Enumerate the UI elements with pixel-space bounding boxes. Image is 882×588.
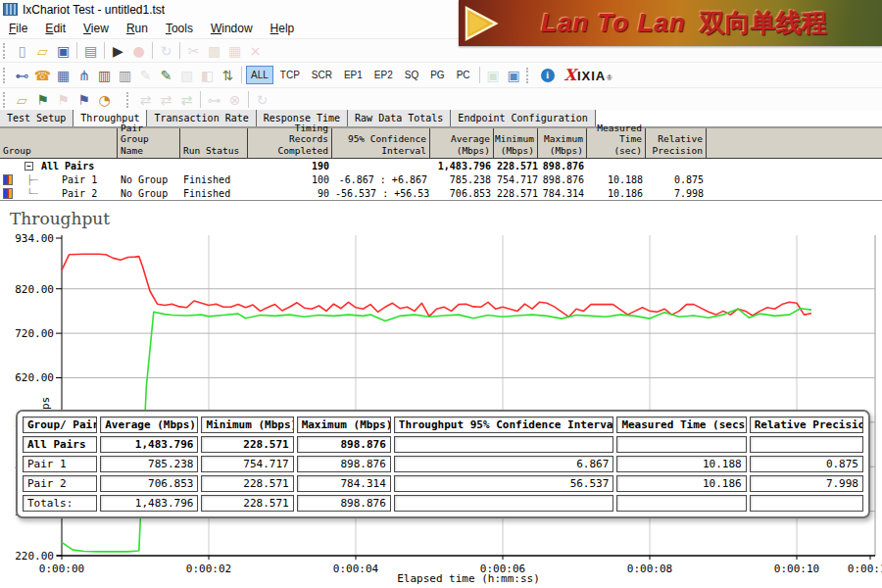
- grid-cell: 7.998: [646, 188, 707, 199]
- about-ixia-icon[interactable]: i: [541, 69, 555, 82]
- collapse-toggle-icon[interactable]: −: [24, 162, 33, 171]
- summary-value-cell: 785.238: [100, 456, 198, 472]
- grid-cell: 90: [248, 188, 332, 199]
- toolbar-grip: [526, 68, 532, 83]
- add-multicast-group-icon[interactable]: ▥: [94, 66, 115, 85]
- toolbar-separator: [179, 42, 180, 59]
- grid-column-header[interactable]: Measured Time (sec): [587, 128, 646, 158]
- tab-test-setup[interactable]: Test Setup: [0, 110, 74, 126]
- refresh-pairs-icon: ↻: [252, 90, 272, 110]
- run-options-icon[interactable]: ⚑: [32, 90, 53, 110]
- finish-run-icon[interactable]: ◔: [94, 90, 115, 110]
- menu-item-run[interactable]: Run: [118, 20, 157, 37]
- link-pairs-icon: ⊶: [204, 90, 224, 110]
- abort-run-icon: ⚑: [53, 90, 74, 110]
- menu-item-edit[interactable]: Edit: [36, 20, 74, 37]
- banner-text-zh: 双向单线程: [700, 6, 827, 40]
- grid-row-pair[interactable]: ├┄Pair 1No GroupFinished100-6.867 : +6.8…: [0, 172, 882, 186]
- menu-item-file[interactable]: File: [0, 20, 36, 37]
- grid-cell: 228.571: [494, 188, 538, 199]
- protocol-filter-tcp[interactable]: TCP: [275, 66, 305, 84]
- grid-cell: No Group: [118, 174, 180, 185]
- tree-connector: ├┄: [26, 174, 38, 185]
- grid-column-header[interactable]: Run Status: [180, 128, 248, 158]
- add-video-mgc-icon[interactable]: ▥: [115, 66, 135, 85]
- grid-column-header[interactable]: Relative Precision: [646, 128, 707, 158]
- grid-cell: 898.876: [538, 161, 587, 172]
- verify-endpoints-icon[interactable]: ▱: [12, 90, 32, 110]
- add-voip-pair-icon[interactable]: ☎: [32, 66, 53, 85]
- protocol-filter-pg[interactable]: PG: [425, 66, 449, 84]
- protocol-filter-ep1[interactable]: EP1: [339, 66, 368, 84]
- grid-column-header[interactable]: Minimum (Mbps): [494, 128, 538, 158]
- protocol-filter-pc[interactable]: PC: [452, 66, 475, 84]
- grid-cell: -6.867 : +6.867: [332, 174, 430, 185]
- tab-raw-data-totals[interactable]: Raw Data Totals: [348, 110, 451, 126]
- save-test-icon[interactable]: ▣: [53, 41, 74, 61]
- add-pair-icon[interactable]: ⊷: [12, 66, 32, 85]
- grid-column-header[interactable]: Timing Records Completed: [248, 128, 332, 158]
- open-test-icon[interactable]: ▱: [32, 41, 53, 61]
- app-icon: [3, 3, 18, 16]
- protocol-filter-all[interactable]: ALL: [246, 66, 273, 84]
- grid-cell: -56.537 : +56.537: [332, 188, 430, 199]
- summary-value-cell: 784.314: [297, 475, 391, 492]
- summary-column-header: Minimum (Mbps): [201, 416, 293, 433]
- print-icon[interactable]: ▤: [80, 41, 101, 61]
- grid-column-header[interactable]: Pair Group Name: [118, 128, 180, 158]
- results-summary-table[interactable]: Group/ PairAverage (Mbps)Minimum (Mbps)M…: [16, 410, 870, 518]
- results-grid: −All Pairs1901,483.796228.571898.876├┄Pa…: [0, 159, 882, 201]
- grid-cell: 754.717: [494, 174, 538, 185]
- add-hardware-pair-icon[interactable]: ⋔: [74, 66, 94, 85]
- summary-row-label: Pair 1: [23, 456, 97, 472]
- grid-cell: 706.853: [430, 188, 494, 199]
- copy-icon: ▩: [204, 41, 224, 61]
- paste-icon: ▦: [224, 41, 245, 61]
- summary-row: Pair 1785.238754.717898.8766.86710.1880.…: [23, 456, 863, 472]
- ixchariot-window: IxChariot Test - untitled1.tst Lan To La…: [0, 0, 882, 588]
- unlink-pairs-icon: ⊗: [224, 90, 245, 110]
- summary-value-cell: 1,483.796: [100, 495, 198, 512]
- pair-chart-icon: [3, 188, 13, 199]
- summary-value-cell: 228.571: [201, 495, 293, 512]
- menu-item-window[interactable]: Window: [202, 20, 262, 37]
- grid-cell: 1,483.796: [430, 161, 494, 172]
- export-results-icon[interactable]: ▣: [504, 66, 524, 85]
- toolbar-separator: [76, 42, 77, 59]
- tab-endpoint-configuration[interactable]: Endpoint Configuration: [451, 110, 595, 126]
- grid-row-all-pairs[interactable]: −All Pairs1901,483.796228.571898.876: [0, 159, 882, 172]
- cut-icon: ✂: [183, 41, 204, 61]
- menu-item-tools[interactable]: Tools: [157, 20, 202, 37]
- banner-text-en: Lan To Lan: [541, 8, 686, 38]
- grid-column-header[interactable]: 95% Confidence Interval: [332, 128, 430, 158]
- run-test-icon[interactable]: ▶: [108, 41, 128, 61]
- new-test-icon[interactable]: ▯: [12, 41, 32, 61]
- grid-cell: 785.238: [430, 174, 494, 185]
- menu-item-view[interactable]: View: [74, 20, 118, 37]
- summary-row: Pair 2706.853228.571784.31456.53710.1867…: [23, 475, 863, 492]
- enable-pair-icon: ⇄: [135, 90, 156, 110]
- grid-row-pair[interactable]: └┄Pair 2No GroupFinished90-56.537 : +56.…: [0, 186, 882, 200]
- protocol-filter-sq[interactable]: SQ: [400, 66, 423, 84]
- add-video-pair-icon[interactable]: ▦: [53, 66, 74, 85]
- chart-x-axis-label: Elapsed time (h:mm:ss): [62, 572, 875, 585]
- edit-script-icon[interactable]: ✎: [156, 66, 176, 85]
- window-title: IxChariot Test - untitled1.tst: [23, 3, 165, 17]
- protocol-filter-ep2[interactable]: EP2: [369, 66, 398, 84]
- view-results-icon: ▣: [483, 66, 504, 85]
- protocol-filter-scr[interactable]: SCR: [307, 66, 337, 84]
- grid-column-header[interactable]: Maximum (Mbps): [538, 128, 587, 158]
- grid-cell: 100: [248, 174, 332, 185]
- grid-column-header[interactable]: Average (Mbps): [430, 128, 494, 158]
- toolbar-grip: [126, 92, 132, 108]
- sort-pairs-icon[interactable]: ⇅: [218, 66, 238, 85]
- toolbar-separator: [241, 67, 242, 83]
- summary-value-cell: 0.875: [750, 456, 863, 472]
- toolbar-separator: [104, 42, 105, 59]
- svg-text:720.00: 720.00: [15, 327, 54, 340]
- grid-column-header[interactable]: Group: [0, 128, 118, 158]
- schedule-run-icon[interactable]: ⚑: [74, 90, 94, 110]
- menu-item-help[interactable]: Help: [262, 20, 304, 37]
- svg-text:820.00: 820.00: [15, 283, 54, 296]
- toolbar-grip: [3, 43, 9, 59]
